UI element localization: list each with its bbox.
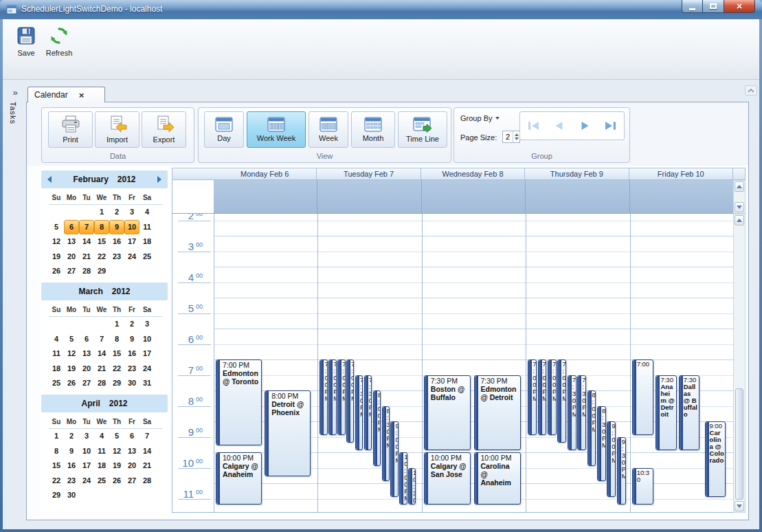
event[interactable]: 7:00 PM	[548, 359, 557, 435]
calendar-date[interactable]: 14	[139, 444, 155, 459]
calendar-date[interactable]: 16	[124, 346, 139, 362]
calendar-date[interactable]: 2	[124, 317, 139, 332]
scroll-up-button[interactable]	[735, 215, 744, 225]
event[interactable]: 7:00 PMEdmonton @ Toronto	[216, 359, 262, 445]
calendar-date[interactable]: 8	[109, 332, 124, 347]
calendar-date[interactable]: 1	[94, 205, 109, 220]
nav-first-button[interactable]	[522, 115, 546, 137]
event[interactable]: 7:30Dallas @ Buffalo	[679, 375, 699, 451]
calendar-date[interactable]: 24	[79, 474, 94, 489]
minimize-button[interactable]	[682, 0, 703, 13]
all-day-scroll-down-button[interactable]	[735, 202, 744, 212]
calendar-date[interactable]: 28	[139, 474, 155, 489]
calendar-date[interactable]: 10	[139, 332, 155, 347]
event[interactable]: 10:00 PMCalgary @ Anaheim	[216, 452, 262, 505]
calendar-date[interactable]: 28	[79, 264, 94, 279]
event[interactable]: 7:00 PM	[538, 359, 547, 435]
calendar-date[interactable]: 6	[64, 220, 79, 235]
calendar-date[interactable]: 9	[64, 444, 79, 459]
calendar-date[interactable]: 27	[64, 264, 79, 279]
event[interactable]: 8:30 PM	[382, 406, 390, 482]
event[interactable]: 7:00 PM	[528, 359, 537, 435]
calendar-date[interactable]: 17	[79, 458, 94, 474]
calendar-date[interactable]: 19	[49, 250, 64, 265]
event[interactable]: 7:00 PM	[320, 359, 327, 435]
event[interactable]: 7:30 PMEdmonton @ Detroit	[474, 375, 521, 451]
calendar-date[interactable]: 5	[49, 220, 64, 235]
event[interactable]: 7:00 PM	[328, 359, 336, 435]
calendar-date[interactable]: 29	[109, 376, 124, 391]
calendar-date[interactable]: 7	[94, 332, 109, 347]
calendar-date[interactable]: 16	[64, 458, 79, 474]
calendar-date[interactable]: 30	[64, 488, 79, 503]
calendar-date[interactable]: 5	[64, 332, 79, 347]
event[interactable]: 8:00 PM	[373, 390, 381, 466]
calendar-date[interactable]: 30	[124, 376, 139, 391]
calendar-date[interactable]: 27	[79, 376, 94, 391]
close-button[interactable]: ×	[724, 0, 755, 13]
calendar-date[interactable]: 25	[94, 474, 109, 489]
calendar-date[interactable]: 3	[79, 429, 94, 444]
scrollbar-thumb[interactable]	[735, 388, 743, 500]
nav-previous-button[interactable]	[548, 115, 571, 137]
calendar-date[interactable]: 12	[49, 234, 64, 250]
calendar-date[interactable]: 23	[124, 362, 139, 377]
spinner-up-icon[interactable]	[515, 133, 519, 136]
calendar-date[interactable]: 25	[49, 376, 64, 391]
calendar-date[interactable]: 19	[109, 458, 124, 474]
view-day-button[interactable]: Day	[204, 111, 244, 148]
all-day-area[interactable]	[172, 180, 733, 214]
calendar-date[interactable]: 31	[139, 376, 155, 391]
view-month-button[interactable]: Month	[351, 111, 395, 148]
calendar-date[interactable]: 10	[124, 220, 139, 235]
tab-calendar[interactable]: Calendar ×	[27, 87, 105, 102]
calendar-date[interactable]: 22	[49, 474, 64, 489]
event[interactable]: 8:00 PMDetroit @ Phoenix	[265, 390, 311, 476]
event[interactable]: 7:30 PMBoston @ Buffalo	[424, 375, 471, 451]
page-size-spinner[interactable]: 2	[502, 131, 520, 143]
calendar-date[interactable]: 23	[64, 474, 79, 489]
calendar-date[interactable]: 21	[94, 362, 109, 377]
calendar-date[interactable]: 2	[64, 429, 79, 444]
all-day-cell[interactable]	[422, 180, 526, 213]
calendar-date[interactable]: 3	[139, 317, 155, 332]
event[interactable]: 7:00 PM	[557, 359, 566, 443]
calendar-date[interactable]: 20	[124, 458, 139, 474]
print-button[interactable]: Print	[48, 111, 93, 148]
event[interactable]: 9:00Carolina @ Colorado	[705, 421, 726, 497]
calendar-date[interactable]: 11	[139, 220, 155, 235]
event[interactable]: 10:30 PM	[408, 468, 416, 505]
calendar-date[interactable]: 15	[94, 234, 109, 250]
refresh-button[interactable]: Refresh	[43, 23, 76, 64]
calendar-date[interactable]: 20	[79, 362, 94, 377]
calendar-date[interactable]: 10	[79, 444, 94, 459]
export-button[interactable]: Export	[142, 111, 186, 148]
tasks-panel-label[interactable]: Tasks	[9, 102, 17, 124]
calendar-date[interactable]: 23	[109, 250, 124, 265]
ribbon-collapse-button[interactable]	[745, 85, 757, 96]
save-button[interactable]: Save	[11, 23, 41, 64]
calendar-date[interactable]: 11	[49, 346, 64, 362]
calendar-date[interactable]: 17	[124, 234, 139, 250]
calendar-date[interactable]: 25	[139, 250, 155, 265]
nav-next-button[interactable]	[573, 115, 596, 137]
calendar-date[interactable]: 12	[109, 444, 124, 459]
calendar-date[interactable]: 21	[139, 458, 155, 474]
all-day-scrollbar[interactable]	[733, 180, 746, 214]
calendar-date[interactable]: 26	[64, 376, 79, 391]
calendar-date[interactable]: 9	[109, 220, 124, 235]
event[interactable]: 10:00 PMCarolina @ Anaheim	[474, 452, 521, 505]
group-by-dropdown[interactable]: Group By	[460, 114, 500, 122]
calendar-date[interactable]: 5	[109, 429, 124, 444]
calendar-date[interactable]: 6	[124, 429, 139, 444]
calendar-date[interactable]: 13	[64, 234, 79, 250]
scroll-down-button[interactable]	[735, 501, 744, 511]
all-day-cell[interactable]	[214, 180, 317, 213]
calendar-date[interactable]: 9	[124, 332, 139, 347]
calendar-date[interactable]: 15	[109, 346, 124, 362]
all-day-cell[interactable]	[630, 180, 734, 213]
import-button[interactable]: Import	[95, 111, 139, 148]
event[interactable]: 10:00 PM	[399, 452, 407, 505]
calendar-next-icon[interactable]	[157, 176, 161, 183]
view-week-button[interactable]: Week	[309, 111, 348, 148]
